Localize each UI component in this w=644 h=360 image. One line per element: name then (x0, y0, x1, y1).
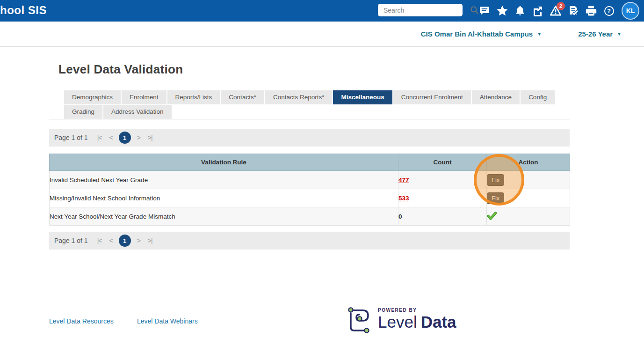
tab-reports-lists[interactable]: Reports/Lists (167, 90, 220, 104)
chevron-down-icon: ▼ (537, 31, 542, 37)
success-check-icon (487, 214, 497, 221)
action-cell (487, 207, 570, 226)
tabs-divider (49, 119, 570, 119)
next-page-button[interactable]: > (137, 134, 140, 141)
year-selector-label: 25-26 Year (578, 30, 613, 38)
pagination-label: Page 1 of 1 (54, 237, 88, 244)
validation-table: Validation Rule Count Action Invalid Sch… (49, 154, 570, 226)
brand-data: Data (421, 313, 456, 331)
tabs-row-1: DemographicsEnrolmentReports/ListsContac… (64, 90, 570, 104)
tab-attendance[interactable]: Attendance (472, 90, 520, 104)
success-check-icon (487, 212, 497, 220)
print-icon[interactable] (585, 5, 597, 17)
user-avatar[interactable]: KL (622, 2, 639, 20)
tab-miscellaneous[interactable]: Miscellaneous (333, 90, 392, 104)
context-bar: CIS Omar Bin Al-Khattab Campus ▼ 25-26 Y… (0, 22, 644, 47)
action-cell: Fix (487, 171, 570, 189)
table-row: Missing/Invalid Next School Information5… (50, 189, 570, 207)
tab-address-validation[interactable]: Address Validation (103, 105, 172, 119)
level-data-logo-text: POWERED BY LevelData (378, 306, 456, 336)
campus-selector[interactable]: CIS Omar Bin Al-Khattab Campus ▼ (421, 30, 542, 38)
tab-demographics[interactable]: Demographics (64, 90, 121, 104)
tab-config[interactable]: Config (521, 90, 555, 104)
year-selector[interactable]: 25-26 Year ▼ (578, 30, 622, 38)
previous-page-button[interactable]: < (109, 134, 112, 141)
search-box (378, 4, 463, 16)
current-page-button[interactable]: 1 (119, 235, 131, 247)
external-link-icon[interactable] (532, 5, 544, 17)
tab-contacts-reports[interactable]: Contacts Reports* (265, 90, 333, 104)
tab-grading[interactable]: Grading (64, 105, 102, 119)
count-link[interactable]: 477 (398, 176, 409, 184)
count-cell: 477 (398, 171, 487, 189)
level-data-resources-link[interactable]: Level Data Resources (49, 317, 114, 325)
top-header-bar: hool SIS 2 ? KL (0, 0, 644, 22)
messages-icon[interactable] (478, 5, 491, 17)
search-input[interactable] (378, 7, 470, 14)
column-header-action: Action (487, 154, 570, 171)
last-page-button[interactable]: >| (148, 237, 152, 244)
validation-table-body: Invalid Scheduled Next Year Grade477FixM… (50, 171, 570, 226)
count-link[interactable]: 533 (398, 195, 409, 202)
table-row: Next Year School/Next Year Grade Mismatc… (50, 207, 570, 226)
pagination-bar-top: Page 1 of 1 |< < 1 > >| (49, 129, 570, 147)
last-page-button[interactable]: >| (148, 134, 152, 141)
alert-count-badge: 2 (557, 2, 565, 10)
alerts-warning-icon[interactable]: 2 (550, 5, 562, 17)
column-header-validation-rule: Validation Rule (50, 154, 398, 171)
chevron-down-icon: ▼ (617, 31, 622, 37)
previous-page-button[interactable]: < (109, 237, 112, 244)
first-page-button[interactable]: |< (97, 134, 102, 141)
next-page-button[interactable]: > (137, 237, 140, 244)
pagination-label: Page 1 of 1 (54, 134, 88, 141)
tabs-row-2: GradingAddress Validation (64, 105, 570, 119)
tasks-document-check-icon[interactable] (567, 5, 579, 17)
table-header-row: Validation Rule Count Action (50, 154, 570, 171)
action-cell: Fix (487, 189, 570, 207)
tab-concurrent-enrolment[interactable]: Concurrent Enrolment (393, 90, 471, 104)
header-icon-group: 2 ? KL (473, 0, 639, 22)
current-page-button[interactable]: 1 (119, 132, 131, 144)
app-title: hool SIS (0, 4, 47, 17)
help-icon[interactable]: ? (603, 5, 615, 17)
level-data-logo-icon (347, 306, 372, 336)
page-title: Level Data Validation (58, 62, 570, 77)
brand-level: Level (378, 313, 417, 331)
count-value: 0 (398, 213, 402, 220)
page-footer: Level Data Resources Level Data Webinars… (0, 304, 644, 346)
validation-rule-cell: Missing/Invalid Next School Information (50, 189, 398, 207)
level-data-logo: POWERED BY LevelData (347, 306, 456, 336)
fix-button[interactable]: Fix (487, 174, 504, 186)
count-cell: 0 (398, 207, 487, 226)
validation-rule-cell: Next Year School/Next Year Grade Mismatc… (50, 207, 398, 226)
level-data-webinars-link[interactable]: Level Data Webinars (137, 317, 198, 325)
column-header-count: Count (398, 154, 487, 171)
fix-button[interactable]: Fix (487, 192, 504, 204)
tab-contacts[interactable]: Contacts* (221, 90, 264, 104)
first-page-button[interactable]: |< (97, 237, 102, 244)
table-row: Invalid Scheduled Next Year Grade477Fix (50, 171, 570, 189)
pagination-bar-bottom: Page 1 of 1 |< < 1 > >| (49, 232, 570, 250)
main-content: Level Data Validation DemographicsEnrolm… (49, 62, 570, 250)
count-cell: 533 (398, 189, 487, 207)
validation-rule-cell: Invalid Scheduled Next Year Grade (50, 171, 398, 189)
powered-by-label: POWERED BY (378, 308, 456, 313)
tab-enrolment[interactable]: Enrolment (122, 90, 166, 104)
favorites-star-icon[interactable] (496, 5, 508, 17)
campus-selector-label: CIS Omar Bin Al-Khattab Campus (421, 30, 533, 38)
notifications-bell-icon[interactable] (514, 5, 526, 17)
